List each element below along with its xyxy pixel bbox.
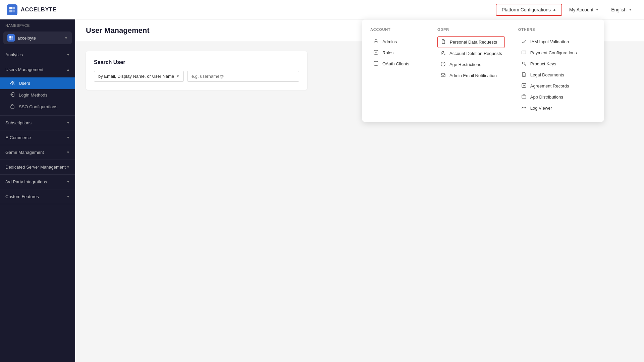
dedicated-server-chevron-icon: ▼ (66, 165, 70, 169)
search-card: Search User by Email, Display Name, or U… (86, 51, 307, 90)
sidebar-item-game-management[interactable]: Game Management ▼ (0, 145, 75, 160)
search-card-title: Search User (94, 59, 299, 65)
dropdown-item-product-keys[interactable]: Product Keys (518, 58, 580, 69)
namespace-chevron-icon: ▼ (64, 36, 68, 40)
roles-icon (373, 50, 379, 56)
custom-features-chevron-icon: ▼ (66, 195, 70, 198)
namespace-icon (7, 34, 15, 42)
agreement-icon (521, 83, 527, 89)
svg-rect-1 (12, 7, 15, 9)
sidebar-item-custom-features[interactable]: Custom Features ▼ (0, 189, 75, 204)
dropdown-item-admin-email[interactable]: Admin Email Notification (437, 70, 505, 81)
analytics-chevron-icon: ▼ (66, 53, 70, 57)
gdpr-section-label: GDPR (437, 27, 505, 32)
sidebar-section-game-management: Game Management ▼ (0, 145, 75, 160)
dropdown-item-admins[interactable]: Admins (370, 36, 424, 47)
personal-data-icon (440, 39, 446, 45)
logo-area: ACCELBYTE (7, 4, 57, 15)
top-navbar: ACCELBYTE Platform Configurations ▲ My A… (0, 0, 644, 19)
svg-rect-5 (11, 36, 13, 38)
language-button[interactable]: English ▼ (606, 4, 637, 15)
account-deletion-icon (440, 50, 446, 57)
namespace-name: accelbyte (17, 36, 62, 41)
sidebar-item-login-methods[interactable]: Login Methods (0, 89, 75, 101)
oauth-icon (373, 61, 379, 67)
svg-point-9 (13, 81, 14, 82)
sidebar-item-ecommerce[interactable]: E-Commerce ▼ (0, 130, 75, 145)
platform-config-button[interactable]: Platform Configurations ▲ (496, 4, 562, 16)
dropdown-item-payment-config[interactable]: Payment Configurations (518, 47, 580, 58)
sidebar-section-analytics: Analytics ▼ (0, 48, 75, 62)
sidebar-item-sso-configurations[interactable]: SSO Configurations (0, 101, 75, 113)
svg-point-16 (443, 65, 443, 65)
login-methods-icon (9, 92, 15, 98)
search-type-select[interactable]: by Email, Display Name, or User Name ▼ (94, 71, 184, 82)
game-management-chevron-icon: ▼ (66, 150, 70, 154)
svg-point-21 (523, 85, 525, 86)
svg-point-8 (11, 81, 13, 83)
dropdown-item-roles[interactable]: Roles (370, 47, 424, 58)
sidebar-item-users[interactable]: Users (0, 77, 75, 89)
dropdown-item-agreement-records[interactable]: Agreement Records (518, 80, 580, 92)
dropdown-item-app-distributions[interactable]: App Distributions (518, 92, 580, 103)
sidebar: NAMESPACE accelbyte ▼ Analytics ▼ (0, 19, 75, 362)
svg-rect-0 (9, 7, 12, 9)
sidebar-item-users-management[interactable]: Users Management ▲ (0, 62, 75, 77)
search-row: by Email, Display Name, or User Name ▼ (94, 71, 299, 82)
dropdown-others-col: OTHERS IAM Input Validation Payment Conf… (518, 27, 580, 114)
age-restrictions-icon (440, 61, 446, 68)
my-account-button[interactable]: My Account ▼ (564, 4, 604, 15)
ecommerce-chevron-icon: ▼ (66, 136, 70, 139)
svg-rect-17 (441, 74, 445, 77)
platform-config-dropdown: ACCOUNT Admins Roles (362, 19, 604, 122)
svg-rect-4 (9, 36, 11, 38)
svg-rect-2 (9, 10, 12, 12)
iam-icon (521, 39, 527, 45)
3rd-party-chevron-icon: ▼ (66, 180, 70, 184)
users-management-submenu: Users Login Methods (0, 77, 75, 115)
sidebar-section-subscriptions: Subscriptions ▼ (0, 116, 75, 130)
sidebar-section-ecommerce: E-Commerce ▼ (0, 130, 75, 145)
account-section-label: ACCOUNT (370, 27, 424, 32)
language-chevron-icon: ▼ (629, 8, 632, 11)
product-keys-icon (521, 61, 527, 67)
dropdown-item-account-deletion[interactable]: Account Deletion Requests (437, 48, 505, 59)
svg-rect-7 (11, 38, 13, 40)
dropdown-gdpr-col: GDPR Personal Data Requests Account Dele… (437, 27, 505, 114)
dropdown-item-log-viewer[interactable]: Log Viewer (518, 103, 580, 114)
dropdown-item-age-restrictions[interactable]: Age Restrictions (437, 59, 505, 70)
sidebar-item-subscriptions[interactable]: Subscriptions ▼ (0, 116, 75, 130)
admin-email-icon (440, 72, 446, 79)
sidebar-section-3rd-party: 3rd Party Integrations ▼ (0, 175, 75, 189)
svg-rect-20 (522, 83, 526, 87)
search-select-chevron-icon: ▼ (176, 74, 179, 78)
sidebar-item-analytics[interactable]: Analytics ▼ (0, 48, 75, 62)
top-nav-right: Platform Configurations ▲ My Account ▼ E… (496, 4, 637, 16)
admins-icon (373, 39, 379, 45)
others-section-label: OTHERS (518, 27, 580, 32)
svg-rect-6 (9, 38, 11, 40)
search-input[interactable] (187, 71, 299, 82)
logo-icon (7, 4, 17, 15)
svg-rect-13 (374, 61, 378, 65)
platform-config-chevron-icon: ▲ (553, 8, 556, 11)
dropdown-item-iam-validation[interactable]: IAM Input Validation (518, 36, 580, 47)
svg-rect-3 (12, 10, 15, 12)
svg-rect-22 (522, 95, 526, 98)
svg-rect-12 (374, 50, 378, 54)
my-account-chevron-icon: ▼ (595, 8, 599, 11)
app-dist-icon (521, 94, 527, 100)
svg-rect-18 (522, 51, 526, 54)
dropdown-item-oauth-clients[interactable]: OAuth Clients (370, 58, 424, 69)
dropdown-item-legal-documents[interactable]: Legal Documents (518, 69, 580, 80)
sso-icon (9, 104, 15, 110)
payment-icon (521, 50, 527, 56)
dropdown-item-personal-data-requests[interactable]: Personal Data Requests (437, 36, 505, 48)
log-viewer-icon (521, 105, 527, 111)
sidebar-item-3rd-party[interactable]: 3rd Party Integrations ▼ (0, 175, 75, 189)
namespace-selector[interactable]: accelbyte ▼ (3, 32, 72, 44)
namespace-label: NAMESPACE (0, 19, 75, 30)
sidebar-item-dedicated-server[interactable]: Dedicated Server Management ▼ (0, 160, 75, 174)
users-management-chevron-icon: ▲ (66, 68, 70, 71)
sidebar-section-custom-features: Custom Features ▼ (0, 189, 75, 204)
